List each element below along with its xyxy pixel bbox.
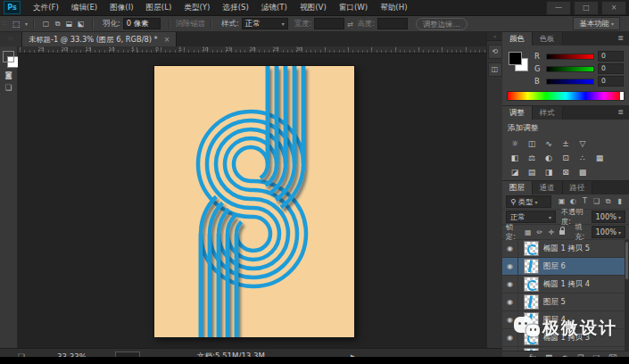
curves-icon[interactable]: ∿ <box>542 136 556 150</box>
swap-dimensions-icon[interactable]: ⇄ <box>347 20 353 29</box>
layers-scrollbar[interactable] <box>625 240 629 351</box>
close-button[interactable]: × <box>601 1 626 15</box>
expand-panels-icon[interactable]: « <box>487 32 502 41</box>
lock-all-icon[interactable] <box>559 230 565 235</box>
channel-slider[interactable] <box>546 79 594 85</box>
filter-type-icon[interactable]: T <box>579 197 591 206</box>
menu-item[interactable]: 滤镜(T) <box>256 0 293 15</box>
foreground-color-swatch[interactable] <box>3 51 14 62</box>
channel-value[interactable]: 0 <box>598 76 624 87</box>
scrollbar-thumb[interactable] <box>625 242 628 279</box>
channel-value[interactable]: 0 <box>598 63 624 74</box>
panel-menu-icon[interactable]: ≣ <box>617 108 624 116</box>
history-panel-icon[interactable]: ⟲ <box>488 45 502 59</box>
layer-thumbnail[interactable] <box>524 241 539 256</box>
document-tab[interactable]: 未标题-1 @ 33.3% (图层 6, RGB/8) * × <box>22 32 177 46</box>
black-white-icon[interactable]: ◐ <box>542 151 556 164</box>
selection-mode-button[interactable]: ⧉ <box>52 20 63 29</box>
chevron-down-icon[interactable]: ▾ <box>25 21 28 27</box>
layer-thumbnail[interactable] <box>524 277 539 292</box>
eye-icon[interactable]: ◉ <box>507 244 513 252</box>
menu-item[interactable]: 图层(L) <box>141 0 178 15</box>
selection-mode-button[interactable]: ▢ <box>40 20 52 29</box>
layer-name[interactable]: 图层 5 <box>543 297 566 307</box>
panel-menu-icon[interactable]: ≣ <box>617 34 624 42</box>
channel-slider[interactable] <box>546 66 594 72</box>
fill-value[interactable]: 100% ▾ <box>592 226 625 238</box>
blend-mode-select[interactable]: 正常 ▾ <box>506 211 556 223</box>
invert-icon[interactable]: ◪ <box>508 165 522 178</box>
horizontal-ruler[interactable]: 252015105051015202530 <box>18 46 486 54</box>
exposure-icon[interactable]: ± <box>559 136 573 150</box>
layer-row[interactable]: ◉ 椭圆 1 拷贝 4 <box>502 276 629 294</box>
layer-name[interactable]: 椭圆 1 拷贝 5 <box>543 244 590 253</box>
menu-item[interactable]: 编辑(E) <box>66 0 103 15</box>
screen-mode-button[interactable]: ❏ <box>1 81 17 94</box>
menu-item[interactable]: 文件(F) <box>28 0 64 15</box>
color-spectrum-bar[interactable] <box>507 91 625 101</box>
menu-item[interactable]: 窗口(W) <box>334 0 373 15</box>
close-tab-icon[interactable]: × <box>164 36 170 44</box>
panel-foreground-swatch[interactable] <box>509 52 522 65</box>
lock-pixels-icon[interactable]: ✏ <box>534 228 545 236</box>
panel-tab[interactable]: 图层 <box>502 181 533 194</box>
eye-icon[interactable]: ◉ <box>507 298 513 306</box>
menu-item[interactable]: 视图(V) <box>294 0 332 15</box>
filter-image-icon[interactable]: ▣ <box>556 197 567 206</box>
panel-tab[interactable]: 通道 <box>533 181 563 194</box>
filter-adjustment-icon[interactable]: ◐ <box>567 197 579 206</box>
hue-saturation-icon[interactable]: ◧ <box>508 151 522 164</box>
visibility-cell[interactable]: ◉ <box>502 347 518 351</box>
menu-item[interactable]: 类型(Y) <box>178 0 215 15</box>
antialias-checkbox[interactable]: 消除锯齿 <box>176 19 206 29</box>
canvas-area[interactable] <box>18 54 486 348</box>
tool-dock-grabber[interactable]: ∷ <box>0 32 22 46</box>
panel-tab[interactable]: 色板 <box>533 32 563 46</box>
quick-mask-button[interactable]: ◙ <box>1 69 17 81</box>
maximize-button[interactable]: □ <box>574 1 599 15</box>
width-input[interactable] <box>314 18 344 29</box>
photo-filter-icon[interactable]: ⊡ <box>559 151 573 164</box>
filter-toggle-icon[interactable]: ▮ <box>614 197 625 206</box>
selection-mode-button[interactable]: ⬓ <box>63 20 75 29</box>
channel-slider[interactable] <box>546 54 594 60</box>
visibility-cell[interactable]: ◉ <box>502 258 518 275</box>
posterize-icon[interactable]: ▤ <box>525 165 539 178</box>
layer-row[interactable]: ◉ 图层 3 <box>502 347 629 351</box>
menu-item[interactable]: 选择(S) <box>217 0 253 15</box>
color-lookup-icon[interactable]: ▦ <box>592 151 607 164</box>
height-input[interactable] <box>377 18 408 29</box>
vibrance-icon[interactable]: ▽ <box>575 136 590 150</box>
style-select[interactable]: 正常 ▾ <box>242 18 288 29</box>
feather-input[interactable]: 0 像素 <box>123 18 161 29</box>
layer-row[interactable]: ◉ 图层 6 <box>502 258 629 276</box>
threshold-icon[interactable]: ◨ <box>542 165 556 178</box>
opacity-value[interactable]: 100% ▾ <box>592 211 625 223</box>
visibility-cell[interactable]: ◉ <box>502 294 518 310</box>
gradient-map-icon[interactable]: ▩ <box>575 165 590 178</box>
lock-transparent-icon[interactable]: ▦ <box>522 228 534 236</box>
color-balance-icon[interactable]: ⚖ <box>525 151 539 164</box>
minimize-button[interactable]: — <box>546 1 571 15</box>
visibility-cell[interactable]: ◉ <box>502 240 518 257</box>
brightness-contrast-icon[interactable]: ☼ <box>508 136 522 150</box>
layer-thumbnail[interactable] <box>524 348 539 351</box>
channel-value[interactable]: 0 <box>598 51 624 62</box>
eye-icon[interactable]: ◉ <box>507 280 513 288</box>
eye-icon[interactable]: ◉ <box>507 262 513 270</box>
panel-tab[interactable]: 颜色 <box>502 32 533 46</box>
filter-shape-icon[interactable]: ❏ <box>591 197 602 206</box>
filter-kind-select[interactable]: ⚲ 类型 ▾ <box>506 195 551 208</box>
filter-smart-icon[interactable]: ⧉ <box>602 197 614 206</box>
layer-thumbnail[interactable] <box>524 259 539 274</box>
layer-row[interactable]: ◉ 椭圆 1 拷贝 5 <box>502 240 629 258</box>
panel-tab[interactable]: 样式 <box>533 106 563 120</box>
visibility-cell[interactable]: ◉ <box>502 276 518 293</box>
panel-tab[interactable]: 调整 <box>502 106 533 120</box>
channel-mixer-icon[interactable]: ∴ <box>575 151 590 164</box>
levels-icon[interactable]: ◫ <box>525 136 539 150</box>
menu-item[interactable]: 图像(I) <box>104 0 138 15</box>
layer-name[interactable]: 图层 6 <box>543 261 566 271</box>
refine-edge-button[interactable]: 调整边缘… <box>416 18 468 30</box>
selective-color-icon[interactable]: ⊠ <box>559 165 573 178</box>
